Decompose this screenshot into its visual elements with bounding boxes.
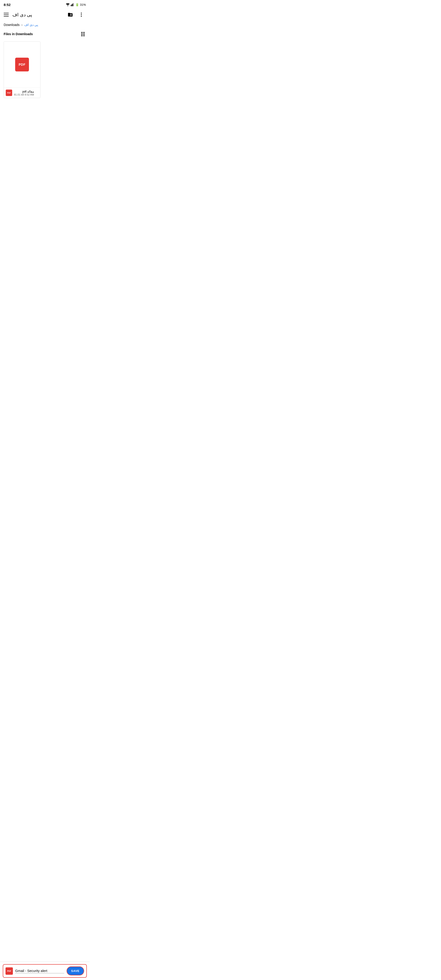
more-options-button[interactable] xyxy=(77,10,86,19)
svg-point-7 xyxy=(81,16,82,17)
svg-rect-9 xyxy=(83,32,85,33)
notif-pdf-icon: PDF xyxy=(5,967,13,975)
pdf-icon-small: PDF xyxy=(6,89,12,96)
more-options-icon xyxy=(78,12,84,18)
file-meta: 81.01 kB 8:52 AM xyxy=(14,93,34,96)
svg-rect-13 xyxy=(83,35,85,36)
app-bar-left: پی دی اف xyxy=(4,12,32,18)
svg-rect-3 xyxy=(73,3,73,6)
section-title: Files in Downloads xyxy=(4,32,33,36)
file-card[interactable]: PDF PDF مقاله.pdf 81.01 kB 8:52 AM xyxy=(4,41,40,98)
status-time: 8:52 xyxy=(4,3,11,7)
save-button[interactable]: SAVE xyxy=(67,966,84,975)
svg-rect-11 xyxy=(83,33,85,35)
file-preview: PDF xyxy=(4,41,40,88)
pdf-icon-large: PDF xyxy=(15,58,29,72)
file-name: مقاله.pdf xyxy=(14,90,34,93)
svg-rect-1 xyxy=(71,5,72,6)
bottom-bar: PDF Gmail - Security alert SAVE xyxy=(0,962,89,980)
breadcrumb-parent[interactable]: Downloads xyxy=(4,23,19,27)
svg-point-0 xyxy=(67,6,68,6)
battery-icon: 🔋 xyxy=(75,3,79,6)
status-icons: 🔋 31% xyxy=(66,3,86,6)
new-folder-button[interactable] xyxy=(66,10,75,19)
grid-view-button[interactable] xyxy=(80,31,86,37)
battery-percent: 31% xyxy=(80,3,86,6)
svg-rect-12 xyxy=(81,35,83,36)
svg-rect-2 xyxy=(72,4,72,6)
app-bar-right xyxy=(66,10,86,19)
signal-icon xyxy=(71,3,75,6)
svg-rect-4 xyxy=(73,3,74,6)
status-bar: 8:52 🔋 31% xyxy=(0,0,89,8)
menu-button[interactable] xyxy=(4,13,9,16)
app-bar: پی دی اف xyxy=(0,8,89,21)
section-header: Files in Downloads xyxy=(0,29,89,40)
svg-rect-8 xyxy=(81,32,83,33)
breadcrumb-separator: › xyxy=(21,23,22,27)
svg-point-6 xyxy=(81,14,82,15)
notification-item: PDF Gmail - Security alert SAVE xyxy=(3,964,87,978)
notification-text: Gmail - Security alert xyxy=(15,969,64,973)
breadcrumb-current[interactable]: پی دی اف xyxy=(24,23,38,27)
app-title: پی دی اف xyxy=(13,12,32,18)
breadcrumb: Downloads › پی دی اف xyxy=(0,21,89,29)
grid-view-icon xyxy=(80,31,86,37)
file-details: مقاله.pdf 81.01 kB 8:52 AM xyxy=(14,90,34,96)
new-folder-icon xyxy=(67,12,73,18)
file-grid: PDF PDF مقاله.pdf 81.01 kB 8:52 AM xyxy=(0,40,89,100)
wifi-icon xyxy=(66,3,70,6)
svg-rect-10 xyxy=(81,33,83,35)
svg-point-5 xyxy=(81,13,82,14)
file-info: PDF مقاله.pdf 81.01 kB 8:52 AM xyxy=(4,88,40,98)
